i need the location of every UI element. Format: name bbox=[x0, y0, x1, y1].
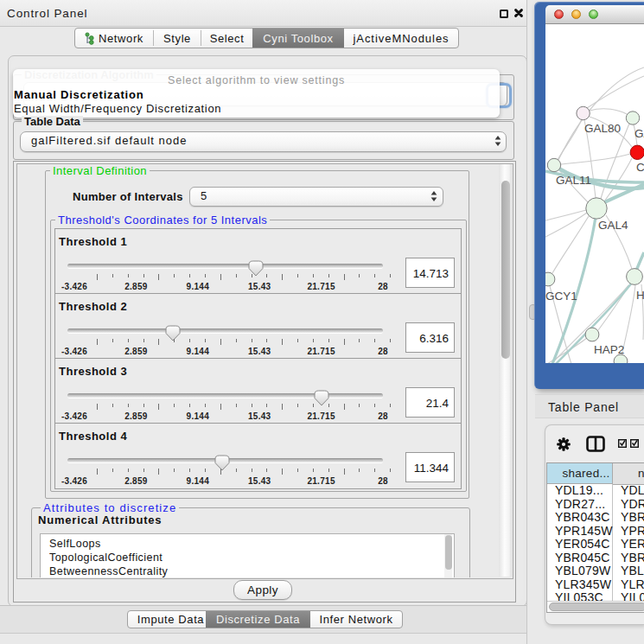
svg-text:H: H bbox=[636, 289, 644, 302]
svg-text:GCY1: GCY1 bbox=[545, 290, 577, 303]
svg-text:HAP2: HAP2 bbox=[594, 343, 624, 356]
svg-text:GAL80: GAL80 bbox=[584, 122, 621, 135]
svg-text:GAL11: GAL11 bbox=[556, 174, 591, 187]
svg-text:C: C bbox=[636, 161, 644, 174]
svg-text:GA: GA bbox=[634, 127, 644, 140]
svg-text:GAL4: GAL4 bbox=[598, 219, 628, 232]
